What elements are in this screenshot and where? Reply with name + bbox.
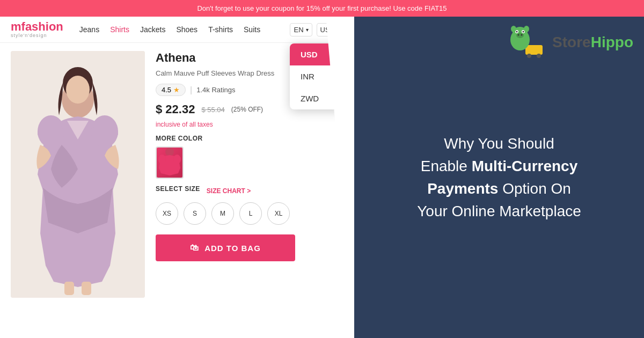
nav-shoes[interactable]: Shoes <box>176 25 197 34</box>
svg-rect-7 <box>82 282 91 295</box>
headline-multicurrency: Multi-Currency <box>472 158 578 174</box>
logo-sub: style'n'design <box>11 33 63 38</box>
currency-option-zwd[interactable]: ZWD <box>290 87 343 109</box>
color-dress-icon <box>157 148 182 178</box>
promo-text: Don't forget to use your coupon for 15% … <box>197 4 447 12</box>
headline-line3: Payments Option On <box>417 178 581 200</box>
svg-point-23 <box>521 34 523 36</box>
size-xl[interactable]: XL <box>267 202 290 225</box>
svg-point-8 <box>165 148 174 156</box>
svg-point-22 <box>518 34 519 36</box>
svg-point-9 <box>158 155 166 164</box>
more-color-label: MORE COLOR <box>156 135 343 142</box>
dress-illustration <box>11 51 145 298</box>
language-selector[interactable]: EN ▾ <box>290 23 312 36</box>
main-nav: Jeans Shirts Jackets Shoes T-shirts Suit… <box>79 25 260 34</box>
add-to-bag-label: ADD TO BAG <box>204 244 261 253</box>
svg-point-12 <box>527 54 531 58</box>
currency-value: USD <box>320 26 335 34</box>
size-chart-link[interactable]: SIZE CHART > <box>207 187 251 195</box>
svg-point-3 <box>66 76 90 104</box>
currency-dropdown: USD INR ZWD <box>290 43 343 109</box>
promo-panel: StoreHippo Why You Should Enable Multi-C… <box>354 17 644 338</box>
nav-shirts[interactable]: Shirts <box>110 25 129 34</box>
tax-note: inclusive of all taxes <box>156 121 343 128</box>
header: mfashion style'n'design Jeans Shirts Jac… <box>0 17 354 43</box>
svg-point-21 <box>516 33 524 38</box>
headline-enable: Enable <box>421 158 467 174</box>
storehippo-logo: StoreHippo <box>510 25 633 60</box>
current-price: $ 22.32 <box>156 102 195 116</box>
color-section: MORE COLOR <box>156 135 343 179</box>
nav-jeans[interactable]: Jeans <box>79 25 99 34</box>
svg-rect-6 <box>64 282 74 295</box>
hippo-mascot <box>510 25 548 60</box>
select-size-label: SELECT SIZE <box>156 185 200 193</box>
svg-point-19 <box>516 31 518 33</box>
headline-line2: Enable Multi-Currency <box>417 155 581 178</box>
nav-jackets[interactable]: Jackets <box>140 25 165 34</box>
logo: mfashion style'n'design <box>11 21 63 38</box>
currency-area: EN ▾ USD ▾ USD INR ZWD <box>290 23 343 36</box>
svg-point-25 <box>524 26 529 32</box>
size-section: SELECT SIZE SIZE CHART > XS S M L XL <box>156 185 343 225</box>
rating-value: 4.5 <box>162 86 171 94</box>
hippo-text: Hippo <box>591 34 633 50</box>
headline-option-on: Option On <box>502 180 571 197</box>
bag-icon: 🛍 <box>190 243 199 253</box>
headline-payments: Payments <box>427 180 498 197</box>
size-xs[interactable]: XS <box>156 202 178 225</box>
svg-point-10 <box>173 155 181 164</box>
promo-headline: Why You Should Enable Multi-Currency Pay… <box>417 133 581 223</box>
nav-suits[interactable]: Suits <box>244 25 260 34</box>
rating-divider: | <box>190 85 192 95</box>
ratings-count: 1.4k Ratings <box>196 86 235 94</box>
size-m[interactable]: M <box>211 202 234 225</box>
store-text: Store <box>552 34 591 50</box>
currency-option-usd[interactable]: USD <box>290 43 343 65</box>
headline-line4: Your Online Marketplace <box>417 200 581 223</box>
svg-rect-11 <box>525 45 543 55</box>
size-s[interactable]: S <box>184 202 206 225</box>
svg-point-24 <box>511 26 516 32</box>
nav-tshirts[interactable]: T-shirts <box>208 25 233 34</box>
size-header: SELECT SIZE SIZE CHART > <box>156 185 343 197</box>
original-price: $ 55.04 <box>201 106 224 114</box>
color-swatch-inner <box>157 148 182 178</box>
storehippo-brand: StoreHippo <box>552 34 633 51</box>
logo-text: mfashion <box>11 21 63 33</box>
headline-line1: Why You Should <box>417 133 581 155</box>
star-icon: ★ <box>173 86 180 94</box>
svg-point-13 <box>537 54 541 58</box>
rating-badge: 4.5 ★ <box>156 84 186 96</box>
size-l[interactable]: L <box>239 202 262 225</box>
currency-chevron: ▾ <box>337 27 340 33</box>
discount-badge: (25% OFF) <box>231 106 263 113</box>
language-value: EN <box>294 26 303 34</box>
svg-point-20 <box>523 31 524 33</box>
currency-selector[interactable]: USD ▾ <box>317 23 343 36</box>
promo-banner: Don't forget to use your coupon for 15% … <box>0 0 644 17</box>
add-to-bag-button[interactable]: 🛍 ADD TO BAG <box>156 234 295 261</box>
lang-chevron: ▾ <box>306 27 309 33</box>
size-buttons: XS S M L XL <box>156 202 343 225</box>
color-swatch-red[interactable] <box>156 146 184 179</box>
product-image <box>11 51 145 298</box>
currency-option-inr[interactable]: INR <box>290 65 343 87</box>
shop-panel: mfashion style'n'design Jeans Shirts Jac… <box>0 17 354 338</box>
